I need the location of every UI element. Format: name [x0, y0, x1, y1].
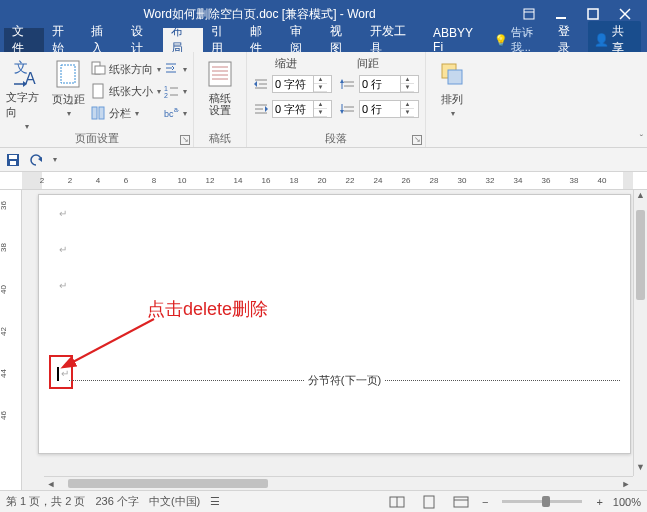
spacing-label: 间距 [357, 56, 379, 71]
chevron-down-icon[interactable]: ▼ [314, 109, 327, 117]
chevron-up-icon[interactable]: ▲ [401, 101, 414, 109]
section-break: 分节符(下一页) [69, 373, 620, 387]
svg-rect-45 [448, 70, 462, 84]
view-print-layout-icon[interactable] [418, 494, 440, 510]
collapse-ribbon-icon[interactable]: ˇ [640, 134, 643, 145]
indent-left-input[interactable]: ▲▼ [272, 75, 332, 93]
line-numbers-button[interactable]: 12▾ [163, 80, 187, 102]
tab-mailings[interactable]: 邮件 [242, 28, 282, 52]
space-before-input[interactable]: ▲▼ [359, 75, 419, 93]
tab-abbyy[interactable]: ABBYY Fi [425, 28, 494, 52]
hyphenation-icon: bca- [163, 105, 179, 121]
page-size-icon [90, 83, 106, 99]
svg-rect-54 [454, 497, 468, 507]
manuscript-settings-button[interactable]: 稿纸 设置 [200, 56, 240, 116]
page-setup-dialog-launcher[interactable]: ↘ [180, 135, 190, 145]
page: 分节符(下一页) 点击delete删除 [38, 194, 631, 454]
scroll-up-icon[interactable]: ▲ [634, 190, 647, 204]
save-button[interactable] [4, 151, 22, 169]
chevron-down-icon[interactable]: ▼ [401, 84, 414, 92]
tab-insert[interactable]: 插入 [83, 28, 123, 52]
zoom-slider[interactable] [502, 500, 582, 503]
scroll-thumb[interactable] [636, 210, 645, 300]
columns-button[interactable]: 分栏▾ [90, 102, 161, 124]
svg-text:a-: a- [174, 106, 179, 113]
chevron-up-icon[interactable]: ▲ [314, 76, 327, 84]
undo-button[interactable] [28, 151, 46, 169]
scrollbar-horizontal[interactable]: ◄ ► [44, 476, 633, 490]
scroll-thumb[interactable] [68, 479, 268, 488]
document-viewport[interactable]: 分节符(下一页) 点击delete删除 ▲ ▼ ◄ ► [22, 190, 647, 490]
tell-me[interactable]: 💡告诉我... [494, 25, 552, 55]
svg-rect-3 [588, 9, 598, 19]
chevron-up-icon[interactable]: ▲ [401, 76, 414, 84]
tab-home[interactable]: 开始 [44, 28, 84, 52]
orientation-button[interactable]: 纸张方向▾ [90, 58, 161, 80]
size-button[interactable]: 纸张大小▾ [90, 80, 161, 102]
paragraph-mark [59, 279, 67, 291]
view-read-mode-icon[interactable] [386, 494, 408, 510]
track-changes-icon[interactable]: ☰ [210, 495, 220, 508]
ribbon-options-icon[interactable] [513, 3, 545, 25]
tab-references[interactable]: 引用 [203, 28, 243, 52]
svg-text:bc: bc [164, 109, 174, 119]
status-word-count[interactable]: 236 个字 [95, 494, 138, 509]
qat-chevron-down-icon[interactable]: ▾ [53, 155, 57, 164]
tab-developer[interactable]: 开发工具 [362, 28, 425, 52]
svg-rect-15 [92, 107, 97, 119]
chevron-down-icon[interactable]: ▼ [314, 84, 327, 92]
ribbon-tabs: 文件 开始 插入 设计 布局 引用 邮件 审阅 视图 开发工具 ABBYY Fi… [0, 28, 647, 52]
hyphenation-button[interactable]: bca-▾ [163, 102, 187, 124]
svg-marker-43 [340, 110, 344, 114]
minimize-button[interactable] [545, 3, 577, 25]
svg-rect-14 [93, 84, 103, 98]
paragraph-dialog-launcher[interactable]: ↘ [412, 135, 422, 145]
scrollbar-vertical[interactable]: ▲ ▼ [633, 190, 647, 476]
svg-rect-48 [10, 161, 16, 165]
ruler-vertical[interactable]: 363840424446 [0, 190, 22, 490]
manuscript-icon [204, 58, 236, 90]
zoom-slider-knob[interactable] [542, 496, 550, 507]
tab-file[interactable]: 文件 [4, 28, 44, 52]
group-manuscript: 稿纸 设置 稿纸 [194, 52, 247, 147]
scroll-left-icon[interactable]: ◄ [44, 479, 58, 489]
text-direction-button[interactable]: 文A 文字方向 ▾ [6, 56, 46, 131]
status-language[interactable]: 中文(中国) [149, 494, 200, 509]
zoom-level[interactable]: 100% [613, 496, 641, 508]
tab-view[interactable]: 视图 [322, 28, 362, 52]
view-web-layout-icon[interactable] [450, 494, 472, 510]
zoom-out-button[interactable]: − [482, 496, 488, 508]
chevron-down-icon: ▾ [157, 65, 161, 74]
text-direction-icon: 文A [10, 58, 42, 88]
group-label: 稿纸 [194, 131, 246, 146]
chevron-down-icon: ▾ [25, 122, 29, 131]
chevron-down-icon: ▾ [135, 109, 139, 118]
svg-marker-35 [265, 106, 268, 112]
svg-rect-16 [99, 107, 104, 119]
status-page[interactable]: 第 1 页，共 2 页 [6, 494, 85, 509]
document-area: 363840424446 分节符(下一页) 点击delete删除 ▲ ▼ ◄ [0, 190, 647, 490]
share-icon: 👤 [594, 33, 609, 47]
scroll-right-icon[interactable]: ► [619, 479, 633, 489]
svg-text:A: A [25, 70, 36, 87]
space-after-input[interactable]: ▲▼ [359, 100, 419, 118]
tab-review[interactable]: 审阅 [282, 28, 322, 52]
tab-design[interactable]: 设计 [123, 28, 163, 52]
chevron-down-icon[interactable]: ▼ [401, 109, 414, 117]
zoom-in-button[interactable]: + [596, 496, 602, 508]
line-numbers-icon: 12 [163, 83, 179, 99]
margins-button[interactable]: 页边距 ▾ [48, 56, 88, 131]
arrange-button[interactable]: 排列 ▾ [432, 56, 472, 118]
indent-left-icon [253, 76, 269, 92]
svg-rect-47 [9, 155, 17, 159]
indent-right-input[interactable]: ▲▼ [272, 100, 332, 118]
tab-layout[interactable]: 布局 [163, 28, 203, 52]
scroll-down-icon[interactable]: ▼ [634, 462, 647, 476]
chevron-down-icon: ▾ [451, 109, 455, 118]
breaks-button[interactable]: ▾ [163, 58, 187, 80]
ruler-horizontal[interactable]: 2246810121416182022242628303234363840 [0, 172, 647, 190]
svg-marker-38 [340, 79, 344, 83]
breaks-icon [163, 61, 179, 77]
space-before-icon [340, 76, 356, 92]
chevron-up-icon[interactable]: ▲ [314, 101, 327, 109]
